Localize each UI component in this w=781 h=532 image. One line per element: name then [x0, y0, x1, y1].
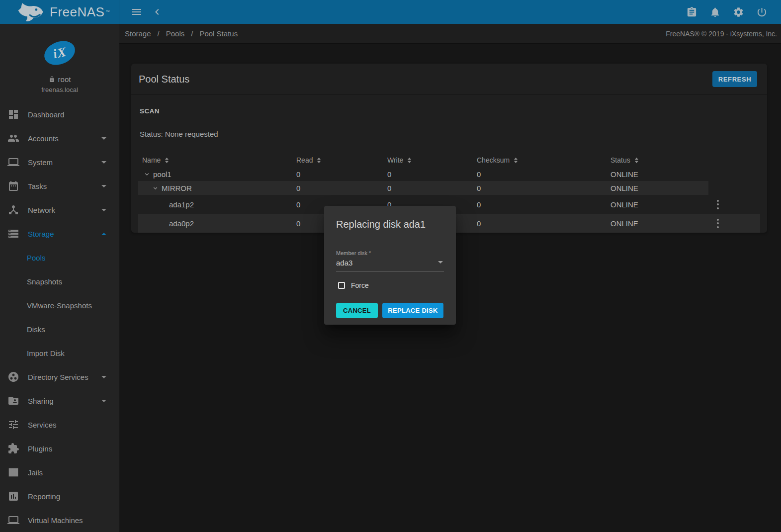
notifications-icon[interactable] — [709, 6, 721, 18]
sidebar-item-snapshots[interactable]: Snapshots — [0, 269, 119, 293]
expand-arrow-icon — [101, 185, 106, 187]
sidebar-item-storage[interactable]: Storage — [0, 222, 119, 246]
sidebar-item-accounts[interactable]: Accounts — [0, 126, 119, 150]
sidebar-item-import-disk[interactable]: Import Disk — [0, 341, 119, 365]
sidebar-item-directory-services[interactable]: Directory Services — [0, 365, 119, 389]
sidebar-item-system[interactable]: System — [0, 150, 119, 174]
column-header-write[interactable]: Write — [387, 156, 477, 164]
force-checkbox[interactable] — [338, 282, 345, 289]
column-header-label: Write — [387, 156, 403, 164]
sidebar-item-sharing[interactable]: Sharing — [0, 389, 119, 413]
cancel-button[interactable]: CANCEL — [336, 303, 378, 318]
scan-section-title: SCAN — [140, 107, 767, 115]
sort-icon[interactable] — [634, 157, 639, 164]
row-status: ONLINE — [610, 219, 708, 228]
row-read: 0 — [296, 184, 387, 192]
card-header: Pool Status REFRESH — [131, 64, 767, 95]
row-menu-icon[interactable] — [716, 199, 720, 210]
member-disk-select[interactable]: Member disk * ada3 — [336, 250, 444, 271]
sidebar-item-virtual-machines[interactable]: Virtual Machines — [0, 508, 119, 532]
sidebar-item-jails[interactable]: Jails — [0, 460, 119, 484]
topbar-main — [119, 0, 781, 24]
page-title: Pool Status — [139, 74, 189, 85]
scan-status-text: Status: None requested — [140, 130, 767, 138]
sharing-icon — [7, 395, 19, 407]
chevron-down-icon[interactable] — [143, 171, 151, 178]
breadcrumb-item-storage[interactable]: Storage — [125, 29, 151, 38]
column-header-label: Status — [610, 156, 630, 164]
force-option: Force — [338, 281, 444, 289]
member-disk-value: ada3 — [336, 259, 444, 267]
row-name: MIRROR — [162, 184, 192, 192]
task-manager-icon[interactable] — [686, 6, 697, 18]
menu-icon[interactable] — [131, 6, 143, 18]
sort-icon[interactable] — [407, 157, 412, 164]
sidebar-item-tasks[interactable]: Tasks — [0, 174, 119, 198]
plugins-icon — [7, 443, 19, 454]
sidebar-item-label: Pools — [27, 254, 46, 262]
expand-arrow-icon — [101, 161, 106, 164]
force-checkbox-label: Force — [351, 281, 369, 289]
sidebar-item-label: Plugins — [28, 444, 52, 453]
expand-arrow-icon — [101, 209, 106, 211]
sidebar-item-label: VMware-Snapshots — [27, 301, 92, 310]
back-icon[interactable] — [151, 6, 163, 18]
freenas-brand: FreeNAS ™ — [0, 0, 119, 24]
column-header-label: Checksum — [477, 156, 510, 164]
sidebar-item-label: Jails — [28, 468, 43, 477]
freenas-shark-icon — [16, 2, 45, 22]
sort-icon[interactable] — [514, 157, 518, 164]
table-row-mirror[interactable]: MIRROR 0 0 0 ONLINE — [138, 181, 760, 195]
breadcrumb-item-pools[interactable]: Pools — [166, 29, 185, 38]
row-write: 0 — [387, 170, 477, 178]
settings-icon[interactable] — [733, 6, 744, 18]
ixsystems-logo: iX — [41, 37, 79, 70]
column-header-checksum[interactable]: Checksum — [477, 156, 610, 164]
sidebar-item-label: Virtual Machines — [28, 516, 83, 525]
breadcrumb-separator: / — [158, 29, 160, 38]
hostname: freenas.local — [0, 86, 119, 93]
breadcrumb-bar: Storage/Pools/Pool Status FreeNAS® © 201… — [119, 24, 781, 44]
directory-services-icon — [7, 371, 19, 383]
row-name: pool1 — [153, 170, 172, 178]
sidebar-item-label: System — [28, 158, 53, 167]
reporting-icon — [7, 490, 19, 502]
column-header-status[interactable]: Status — [610, 156, 708, 164]
chevron-down-icon[interactable] — [152, 184, 159, 192]
breadcrumb-item-pool-status[interactable]: Pool Status — [199, 29, 238, 38]
row-checksum: 0 — [477, 200, 610, 209]
sidebar-nav: Dashboard Accounts System Tasks Network … — [0, 102, 119, 532]
refresh-button[interactable]: REFRESH — [712, 71, 757, 87]
sidebar-item-disks[interactable]: Disks — [0, 317, 119, 341]
column-header-name[interactable]: Name — [138, 156, 296, 164]
sidebar-item-network[interactable]: Network — [0, 198, 119, 222]
ixsystems-logo-text: iX — [52, 44, 68, 62]
row-checksum: 0 — [477, 219, 610, 228]
sort-icon[interactable] — [317, 157, 321, 164]
storage-icon — [7, 228, 19, 240]
sidebar-item-vmware-snapshots[interactable]: VMware-Snapshots — [0, 293, 119, 317]
table-row-pool1[interactable]: pool1 0 0 0 ONLINE — [138, 167, 760, 181]
row-checksum: 0 — [477, 184, 610, 192]
sidebar-item-services[interactable]: Services — [0, 413, 119, 437]
expand-arrow-icon — [101, 376, 106, 378]
sidebar-item-dashboard[interactable]: Dashboard — [0, 102, 119, 126]
row-checksum: 0 — [477, 170, 610, 178]
sidebar-item-plugins[interactable]: Plugins — [0, 437, 119, 460]
dashboard-icon — [7, 108, 19, 120]
replace-disk-button[interactable]: REPLACE DISK — [382, 303, 443, 318]
sort-icon[interactable] — [165, 157, 169, 164]
sidebar-item-pools[interactable]: Pools — [0, 246, 119, 269]
sidebar: iX root freenas.local Dashboard Accounts… — [0, 24, 119, 532]
row-name: ada0p2 — [169, 219, 194, 228]
sidebar-header: iX root freenas.local — [0, 24, 119, 101]
column-header-read[interactable]: Read — [296, 156, 387, 164]
system-icon — [7, 156, 19, 168]
table-header-row: NameReadWriteChecksumStatus — [138, 153, 760, 167]
row-menu-icon[interactable] — [716, 218, 720, 229]
sidebar-item-reporting[interactable]: Reporting — [0, 484, 119, 508]
sidebar-item-label: Disks — [27, 325, 45, 334]
power-icon[interactable] — [756, 6, 768, 18]
breadcrumb: Storage/Pools/Pool Status — [125, 29, 238, 38]
virtual-machines-icon — [7, 514, 19, 526]
